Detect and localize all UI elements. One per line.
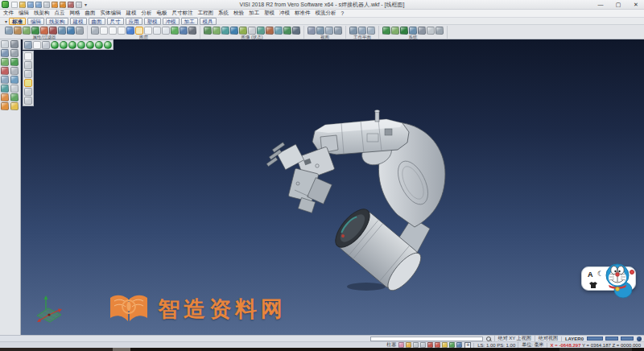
snap-icon[interactable] (449, 342, 455, 348)
menu-item[interactable]: 网格 (70, 10, 80, 17)
ribbon-tool-icon[interactable] (349, 27, 357, 35)
quick-access-icon[interactable] (19, 2, 26, 8)
quick-access-dropdown-icon[interactable]: ▾ (85, 2, 87, 7)
ribbon-tool-icon[interactable] (162, 27, 170, 35)
menu-item[interactable]: 塑模 (264, 10, 275, 17)
ribbon-tool-icon[interactable] (153, 27, 161, 35)
close-button[interactable]: ✕ (630, 1, 642, 9)
toolbar-tab[interactable]: 冲模 (163, 18, 180, 25)
menu-item[interactable]: 标准件 (295, 10, 311, 17)
side-tool-icon[interactable] (10, 93, 19, 101)
ribbon-tool-icon[interactable] (409, 27, 417, 35)
menu-item[interactable]: 尺寸标注 (172, 10, 193, 17)
quick-access-icon[interactable] (35, 2, 42, 8)
ribbon-tool-icon[interactable] (118, 27, 126, 35)
side-tool-icon[interactable] (10, 49, 19, 57)
robot-arm-model[interactable] (266, 109, 445, 295)
ime-skin-shirt-icon[interactable] (588, 281, 598, 289)
ribbon-tool-icon[interactable] (58, 27, 66, 35)
side-tool-icon[interactable] (1, 58, 9, 66)
side-tool-icon[interactable] (10, 58, 19, 66)
search-icon[interactable] (486, 337, 491, 341)
side-tool-icon[interactable] (1, 40, 9, 48)
ime-language-button[interactable]: A (588, 270, 593, 279)
ribbon-tool-icon[interactable] (76, 27, 84, 35)
maximize-button[interactable]: ▢ (612, 1, 625, 9)
menu-item[interactable]: 电极 (157, 10, 167, 17)
side-tool-icon[interactable] (1, 76, 9, 84)
ribbon-tool-icon[interactable] (325, 27, 333, 35)
toolbar-tab[interactable]: 标准 (9, 18, 26, 25)
side-tool-icon[interactable] (10, 102, 19, 110)
toolbar-tab[interactable]: 编辑 (27, 18, 44, 25)
menu-item[interactable]: 实体编辑 (101, 10, 122, 17)
toolbar-tab[interactable]: 建模 (70, 18, 87, 25)
quick-access-icon[interactable] (27, 2, 34, 8)
snap-icon[interactable] (442, 342, 448, 348)
quick-access-icon[interactable] (60, 2, 66, 8)
menu-item[interactable]: ? (341, 10, 345, 16)
ribbon-tool-icon[interactable] (67, 27, 75, 35)
menu-item[interactable]: 线架构 (34, 10, 50, 17)
menu-item[interactable]: 冲模 (279, 10, 290, 17)
ribbon-tool-icon[interactable] (391, 27, 399, 35)
ribbon-tool-icon[interactable] (135, 27, 143, 35)
toolbar-tab[interactable]: 模具 (200, 18, 217, 25)
ribbon-tool-icon[interactable] (91, 27, 99, 35)
ribbon-tool-icon[interactable] (367, 27, 375, 35)
ribbon-tool-icon[interactable] (23, 27, 31, 35)
quick-access-icon[interactable] (68, 2, 74, 8)
snap-icon[interactable] (420, 342, 426, 348)
quick-access-icon[interactable] (52, 2, 58, 8)
snap-icon[interactable] (398, 342, 404, 348)
ribbon-tool-icon[interactable] (308, 27, 316, 35)
ribbon-tool-icon[interactable] (239, 27, 247, 35)
side-tool-icon[interactable] (1, 93, 9, 101)
menu-item[interactable]: 模流分析 (316, 10, 336, 17)
side-tool-icon[interactable] (1, 85, 9, 93)
ribbon-tool-icon[interactable] (248, 27, 256, 35)
ribbon-tool-icon[interactable] (109, 27, 117, 35)
toolbar-tab[interactable]: 线架构 (46, 18, 68, 25)
quick-access-icon[interactable] (11, 2, 18, 8)
side-tool-icon[interactable] (10, 67, 19, 75)
menu-item[interactable]: 文件 (3, 10, 14, 17)
ribbon-tool-icon[interactable] (292, 27, 300, 35)
snap-icon[interactable] (456, 342, 462, 348)
menu-item[interactable]: 点云 (55, 10, 65, 17)
ribbon-tool-icon[interactable] (230, 27, 238, 35)
side-tool-icon[interactable] (1, 102, 9, 110)
tab-bar-dropdown-icon[interactable]: ▾ (5, 19, 7, 24)
toolbar-tab[interactable]: 曲面 (89, 18, 105, 25)
ribbon-tool-icon[interactable] (14, 27, 22, 35)
ribbon-tool-icon[interactable] (204, 27, 212, 35)
quick-access-icon[interactable] (43, 2, 50, 8)
menu-item[interactable]: 系统 (218, 10, 229, 17)
ribbon-tool-icon[interactable] (171, 27, 179, 35)
side-tool-icon[interactable] (10, 76, 19, 84)
ribbon-tool-icon[interactable] (126, 27, 134, 35)
ribbon-tool-icon[interactable] (436, 27, 444, 35)
ribbon-tool-icon[interactable] (257, 27, 265, 35)
ribbon-tool-icon[interactable] (180, 27, 188, 35)
toolbar-tab[interactable]: 加工 (181, 18, 198, 25)
ribbon-tool-icon[interactable] (49, 27, 57, 35)
snap-icon[interactable] (413, 342, 419, 348)
menu-item[interactable]: 编辑 (19, 10, 29, 17)
ribbon-tool-icon[interactable] (275, 27, 283, 35)
side-tool-icon[interactable] (10, 85, 19, 93)
snap-icon[interactable] (435, 342, 440, 348)
ribbon-tool-icon[interactable] (266, 27, 274, 35)
ribbon-tool-icon[interactable] (283, 27, 291, 35)
ribbon-tool-icon[interactable] (31, 27, 39, 35)
menu-item[interactable]: 工程图 (198, 10, 214, 17)
menu-item[interactable]: 曲面 (85, 10, 96, 17)
menu-item[interactable]: 建模 (126, 10, 137, 17)
ribbon-tool-icon[interactable] (40, 27, 48, 35)
ribbon-tool-icon[interactable] (358, 27, 366, 35)
ribbon-tool-icon[interactable] (5, 27, 13, 35)
ime-moon-icon[interactable]: ☾ (597, 270, 604, 278)
snap-icon[interactable] (406, 342, 411, 348)
ribbon-tool-icon[interactable] (400, 27, 408, 35)
ribbon-tool-icon[interactable] (334, 27, 342, 35)
